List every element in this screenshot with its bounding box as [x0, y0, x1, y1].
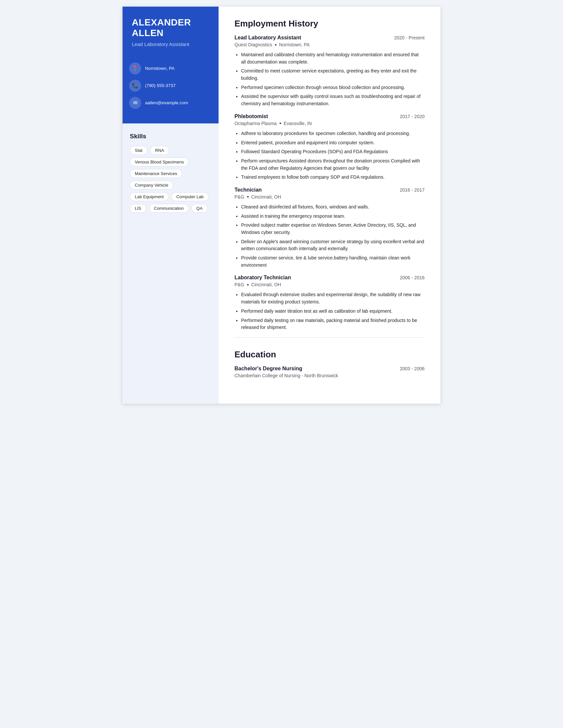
location-icon: 📍	[129, 63, 141, 74]
company-location: Evansville, IN	[284, 121, 312, 126]
edu-dates: 2003 - 2006	[400, 366, 425, 371]
company-dot	[247, 284, 249, 286]
company-name: Octapharma Plasma	[234, 121, 277, 126]
contact-location: 📍 Norristown, PA	[129, 63, 212, 74]
skill-tag: Company Vehicle	[130, 181, 173, 190]
bullet-item: Provide customer service, tire & lube se…	[241, 254, 425, 269]
education-list: Bachelor's Degree Nursing2003 - 2006Cham…	[234, 366, 425, 378]
job-header: Laboratory Technician2006 - 2016	[234, 275, 425, 281]
bullet-item: Trained employees to follow both company…	[241, 174, 425, 181]
candidate-title: Lead Laboratory Assistant	[132, 41, 209, 48]
skill-tag: QA	[191, 204, 208, 213]
location-text: Norristown, PA	[145, 66, 174, 71]
job-entry: Laboratory Technician2006 - 2016P&GCinci…	[234, 275, 425, 331]
bullet-item: Maintained and calibrated chemistry and …	[241, 51, 425, 66]
company-name: Quest Diagnostics	[234, 42, 272, 47]
job-company: P&GCincinnati, OH	[234, 194, 425, 200]
candidate-name: ALEXANDER ALLEN	[132, 17, 209, 38]
bullet-item: Assisted in training the emergency respo…	[241, 213, 425, 220]
bullet-item: Followed Standard Operating Procedures (…	[241, 148, 425, 156]
job-title: Laboratory Technician	[234, 275, 291, 281]
contact-email: ✉ aallen@example.com	[129, 97, 212, 109]
bullet-item: Cleaned and disinfected all fixtures, fl…	[241, 204, 425, 211]
resume-container: ALEXANDER ALLEN Lead Laboratory Assistan…	[122, 7, 441, 404]
company-dot	[275, 44, 276, 46]
contact-phone: 📞 (790) 555-3737	[129, 80, 212, 92]
bullet-item: Provided subject matter expertise on Win…	[241, 222, 425, 236]
skill-tag: Venous Blood Specimens	[130, 158, 189, 166]
phone-icon: 📞	[129, 80, 141, 92]
section-divider	[234, 337, 425, 338]
education-section-title: Education	[234, 349, 425, 360]
company-dot	[279, 122, 281, 124]
job-dates: 2006 - 2016	[400, 275, 425, 280]
job-bullets: Cleaned and disinfected all fixtures, fl…	[234, 204, 425, 269]
job-bullets: Maintained and calibrated chemistry and …	[234, 51, 425, 108]
job-header: Technician2016 - 2017	[234, 187, 425, 193]
job-header: Lead Laboratory Assistant2020 - Present	[234, 35, 425, 41]
company-name: P&G	[234, 194, 244, 200]
skills-tags: StatRNAVenous Blood SpecimensMaintenance…	[130, 146, 211, 213]
skill-tag: RNA	[150, 146, 169, 155]
job-dates: 2016 - 2017	[400, 187, 425, 193]
job-company: Octapharma PlasmaEvansville, IN	[234, 121, 425, 126]
skill-tag: Computer Lab	[171, 192, 208, 201]
phone-text: (790) 555-3737	[145, 83, 175, 88]
job-bullets: Evaluated through extensive studies and …	[234, 291, 425, 331]
email-text: aallen@example.com	[145, 100, 188, 105]
skill-tag: Stat	[130, 146, 147, 155]
job-dates: 2017 - 2020	[400, 114, 425, 119]
job-header: Phlebotomist2017 - 2020	[234, 114, 425, 119]
job-dates: 2020 - Present	[394, 35, 425, 40]
bullet-item: Adhere to laboratory procedures for spec…	[241, 130, 425, 137]
job-title: Lead Laboratory Assistant	[234, 35, 301, 41]
company-dot	[247, 196, 249, 198]
main-content: Employment History Lead Laboratory Assis…	[218, 7, 441, 404]
job-company: P&GCincinnati, OH	[234, 282, 425, 287]
job-entry: Phlebotomist2017 - 2020Octapharma Plasma…	[234, 114, 425, 181]
skills-section: Skills StatRNAVenous Blood SpecimensMain…	[122, 123, 218, 404]
jobs-list: Lead Laboratory Assistant2020 - PresentQ…	[234, 35, 425, 331]
sidebar-header: ALEXANDER ALLEN Lead Laboratory Assistan…	[122, 7, 218, 56]
company-name: P&G	[234, 282, 244, 287]
bullet-item: Performed daily water titration test as …	[241, 308, 425, 315]
company-location: Cincinnati, OH	[251, 194, 281, 200]
bullet-item: Evaluated through extensive studies and …	[241, 291, 425, 305]
job-title: Technician	[234, 187, 261, 193]
bullet-item: Entered patient, procedure and equipment…	[241, 139, 425, 147]
skill-tag: Communication	[149, 204, 189, 213]
skill-tag: Maintenance Services	[130, 169, 182, 178]
bullet-item: Perform venipunctures Assisted donors th…	[241, 158, 425, 172]
company-location: Norristown, PA	[279, 42, 310, 47]
sidebar: ALEXANDER ALLEN Lead Laboratory Assistan…	[122, 7, 218, 404]
edu-school: Chamberlain College of Nursing - North B…	[234, 373, 425, 378]
education-entry: Bachelor's Degree Nursing2003 - 2006Cham…	[234, 366, 425, 378]
bullet-item: Assisted the supervisor with quality con…	[241, 93, 425, 107]
bullet-item: Performed specimen collection through ve…	[241, 84, 425, 91]
job-bullets: Adhere to laboratory procedures for spec…	[234, 130, 425, 181]
job-entry: Lead Laboratory Assistant2020 - PresentQ…	[234, 35, 425, 108]
edu-header: Bachelor's Degree Nursing2003 - 2006	[234, 366, 425, 372]
job-company: Quest DiagnosticsNorristown, PA	[234, 42, 425, 47]
contact-section: 📍 Norristown, PA 📞 (790) 555-3737 ✉ aall…	[122, 56, 218, 123]
email-icon: ✉	[129, 97, 141, 109]
skills-title: Skills	[130, 133, 211, 140]
skill-tag: LIS	[130, 204, 146, 213]
edu-degree: Bachelor's Degree Nursing	[234, 366, 303, 372]
company-location: Cincinnati, OH	[251, 282, 281, 287]
skill-tag: Lab Equipment	[130, 192, 168, 201]
bullet-item: Committed to meet customer service expec…	[241, 68, 425, 82]
employment-section-title: Employment History	[234, 19, 425, 29]
bullet-item: Performed daily testing on raw materials…	[241, 317, 425, 331]
bullet-item: Deliver on Apple's award winning custome…	[241, 238, 425, 252]
job-title: Phlebotomist	[234, 114, 268, 119]
job-entry: Technician2016 - 2017P&GCincinnati, OHCl…	[234, 187, 425, 269]
